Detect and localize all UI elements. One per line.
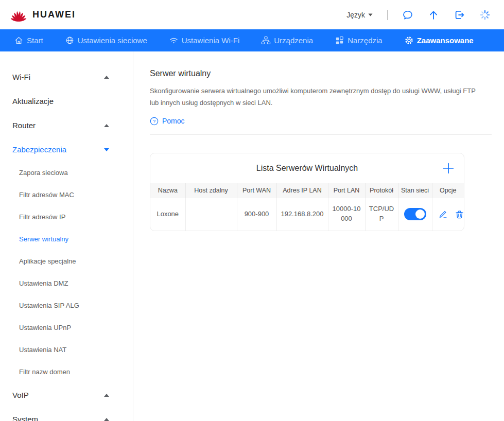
edit-button[interactable] (438, 209, 448, 219)
sidebar-item-router[interactable]: Router (0, 113, 133, 137)
table-title: Lista Serwerów Wirtualnych (256, 164, 358, 173)
cell-protocol: TCP/UDP (365, 198, 398, 231)
chevron-up-icon (104, 418, 109, 421)
tab-zaawansowane[interactable]: Zaawansowane (404, 36, 474, 45)
main-content: Serwer wirtualny Skonfigurowanie serwera… (133, 51, 504, 421)
cell-name: Loxone (150, 198, 185, 231)
help-label: Pomoc (162, 117, 185, 125)
main-nav: Start Ustawienia sieciowe Ustawienia Wi-… (0, 29, 504, 51)
sidebar-item-serwer-wirtualny[interactable]: Serwer wirtualny (0, 228, 133, 250)
up-arrow-button[interactable] (428, 9, 439, 21)
add-virtual-server-button[interactable] (442, 162, 455, 174)
col-adres-ip-lan: Adres IP LAN (276, 183, 328, 198)
tab-narzedzia[interactable]: Narzędzia (335, 36, 383, 45)
delete-button[interactable] (455, 209, 464, 219)
sidebar: Wi-Fi Aktualizacje Router Zabezpieczenia… (0, 51, 133, 421)
spinner-button[interactable] (479, 9, 491, 21)
tab-ustawienia-sieciowe[interactable]: Ustawienia sieciowe (65, 36, 147, 45)
chevron-up-icon (104, 394, 109, 397)
col-nazwa: Nazwa (150, 183, 185, 198)
language-dropdown[interactable]: Język (346, 11, 373, 19)
page-title: Serwer wirtualny (150, 69, 492, 78)
header-divider (387, 10, 388, 20)
page-description: Skonfigurowanie serwera wirtualnego umoż… (150, 85, 480, 109)
sidebar-item-voip[interactable]: VoIP (0, 383, 133, 407)
arrow-up-icon (428, 9, 439, 21)
home-icon (14, 36, 24, 45)
sidebar-item-ustawienia-sip-alg[interactable]: Ustawienia SIP ALG (0, 294, 133, 317)
question-circle-icon: ? (150, 117, 159, 126)
sidebar-item-ustawienia-upnp[interactable]: Ustawienia UPnP (0, 317, 133, 339)
sidebar-item-filtr-adresow-ip[interactable]: Filtr adresów IP (0, 206, 133, 228)
col-stan-sieci: Stan sieci (398, 183, 432, 198)
speech-bubble-icon (402, 9, 413, 21)
sidebar-item-system[interactable]: System (0, 407, 133, 421)
trash-icon (455, 209, 464, 219)
cell-lan-ip: 192.168.8.200 (276, 198, 328, 231)
tab-urzadzenia-label: Urządzenia (274, 36, 313, 45)
col-opcje: Opcje (432, 183, 464, 198)
plus-icon (442, 162, 455, 174)
globe-icon (65, 36, 75, 45)
huawei-flower-icon (9, 7, 28, 23)
col-host-zdalny: Host zdalny (185, 183, 237, 198)
section-divider (150, 134, 492, 135)
tab-ustawienia-wifi-label: Ustawienia Wi-Fi (182, 36, 240, 45)
svg-text:?: ? (153, 118, 156, 124)
huawei-logo-text: HUAWEI (32, 9, 76, 20)
sidebar-item-aktualizacje[interactable]: Aktualizacje (0, 89, 133, 113)
cell-network-status (398, 198, 432, 231)
header-actions: Język (346, 9, 491, 21)
tab-urzadzenia[interactable]: Urządzenia (261, 36, 313, 45)
chevron-up-icon (104, 76, 109, 79)
chevron-up-icon (104, 124, 109, 127)
chevron-down-icon (104, 148, 109, 151)
logout-button[interactable] (454, 9, 465, 21)
gear-icon (404, 36, 414, 45)
sidebar-item-filtr-nazw-domen[interactable]: Filtr nazw domen (0, 361, 133, 383)
sidebar-item-aplikacje-specjalne[interactable]: Aplikacje specjalne (0, 250, 133, 272)
tab-narzedzia-label: Narzędzia (347, 36, 383, 45)
huawei-logo: HUAWEI (9, 7, 76, 23)
virtual-server-card: Lista Serwerów Wirtualnych Nazwa (150, 153, 464, 231)
tab-ustawienia-wifi[interactable]: Ustawienia Wi-Fi (169, 36, 240, 45)
col-port-wan: Port WAN (237, 183, 276, 198)
tab-start-label: Start (27, 36, 43, 45)
sidebar-item-ustawienia-nat[interactable]: Ustawienia NAT (0, 339, 133, 361)
spinner-icon (479, 9, 491, 21)
cell-remote-host (185, 198, 237, 231)
topology-icon (261, 36, 271, 45)
cell-wan-port: 900-900 (237, 198, 276, 231)
sidebar-item-filtr-adresow-mac[interactable]: Filtr adresów MAC (0, 184, 133, 206)
sidebar-item-zapora-sieciowa[interactable]: Zapora sieciowa (0, 162, 133, 184)
tab-zaawansowane-label: Zaawansowane (417, 36, 474, 45)
pencil-icon (438, 209, 448, 219)
sidebar-item-wifi[interactable]: Wi-Fi (0, 65, 133, 89)
help-link[interactable]: ? Pomoc (150, 117, 185, 126)
top-header: HUAWEI Język (0, 0, 504, 29)
chat-button[interactable] (402, 9, 413, 21)
tab-start[interactable]: Start (14, 36, 43, 45)
virtual-server-table: Nazwa Host zdalny Port WAN Adres IP LAN … (150, 183, 464, 231)
table-row: Loxone 900-900 192.168.8.200 10000-10000… (150, 198, 464, 231)
router-admin-page: HUAWEI Język (0, 0, 504, 421)
sidebar-item-zabezpieczenia[interactable]: Zabezpieczenia (0, 137, 133, 162)
cell-lan-port: 10000-10000 (328, 198, 365, 231)
language-label: Język (346, 11, 365, 19)
network-status-toggle[interactable] (404, 208, 426, 220)
col-protokol: Protokół (365, 183, 398, 198)
col-port-lan: Port LAN (328, 183, 365, 198)
cell-options (432, 198, 464, 231)
toggle-knob (415, 209, 425, 219)
apps-grid-icon (335, 36, 344, 45)
card-header: Lista Serwerów Wirtualnych (150, 153, 464, 183)
logout-icon (454, 9, 465, 21)
caret-down-icon (368, 13, 373, 16)
sidebar-item-ustawienia-dmz[interactable]: Ustawienia DMZ (0, 272, 133, 294)
tab-ustawienia-sieciowe-label: Ustawienia sieciowe (78, 36, 147, 45)
wifi-icon (169, 36, 179, 45)
table-header-row: Nazwa Host zdalny Port WAN Adres IP LAN … (150, 183, 464, 198)
